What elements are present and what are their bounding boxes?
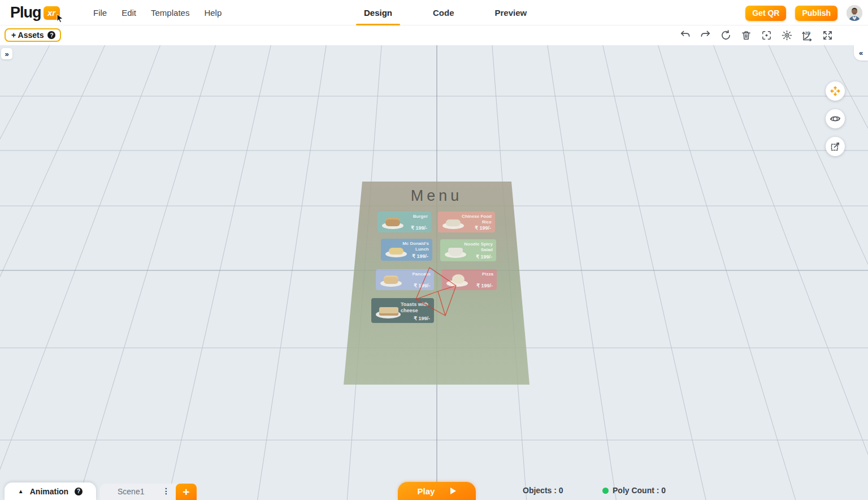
scene-name[interactable]: Scene1 — [118, 487, 144, 496]
add-assets-button[interactable]: + Assets ? — [5, 28, 61, 42]
plugxr-logo[interactable]: Plug xr — [10, 4, 60, 21]
menu-help[interactable]: Help — [204, 8, 222, 18]
scale-tool-button[interactable] — [826, 137, 845, 156]
scene-toolbar: + Assets ? 2D — [0, 25, 868, 45]
menu-edit[interactable]: Edit — [121, 8, 136, 18]
rotate-tool-button[interactable] — [826, 109, 845, 128]
get-qr-button[interactable]: Get QR — [745, 6, 786, 21]
tab-code[interactable]: Code — [425, 0, 462, 25]
transform-tools — [826, 81, 845, 156]
poly-count-status: Poly Count : 0 — [602, 486, 666, 495]
canvas-action-icons: 2D — [678, 29, 834, 42]
add-assets-label: + Assets — [11, 31, 44, 40]
tab-design[interactable]: Design — [356, 0, 400, 25]
3d-viewport[interactable]: » « Menu Burger ₹ 199/- Chinese Food Ric… — [0, 45, 868, 500]
mode-tabs: Design Code Preview — [356, 0, 535, 25]
logo-badge-text: xr — [47, 8, 55, 18]
tab-preview[interactable]: Preview — [487, 0, 535, 25]
scene-options-icon[interactable]: ⋮ — [162, 486, 170, 495]
2d-view-icon[interactable]: 2D — [800, 29, 814, 42]
assets-help-icon[interactable]: ? — [47, 31, 55, 39]
add-scene-button[interactable]: + — [176, 484, 197, 500]
focus-icon[interactable] — [760, 29, 773, 42]
publish-button[interactable]: Publish — [795, 6, 837, 21]
svg-text:2D: 2D — [805, 30, 811, 35]
plugxr-app-window: Plug xr File Edit Templates Help Design … — [0, 0, 868, 500]
reset-icon[interactable] — [719, 29, 732, 42]
move-icon — [829, 85, 841, 97]
redo-icon[interactable] — [698, 29, 712, 42]
animation-label: Animation — [30, 487, 68, 496]
caret-up-icon: ▲ — [18, 488, 24, 494]
scene-tab[interactable]: Scene1 ⋮ + — [100, 484, 197, 500]
undo-icon[interactable] — [678, 29, 692, 42]
menu-file[interactable]: File — [93, 8, 107, 18]
animation-help-icon[interactable]: ? — [75, 488, 83, 495]
top-bar: Plug xr File Edit Templates Help Design … — [0, 0, 868, 25]
play-button[interactable]: Play — [398, 482, 476, 500]
scale-icon — [829, 140, 841, 153]
app-menubar: File Edit Templates Help — [93, 0, 222, 25]
logo-text: Plug — [10, 4, 41, 21]
delete-icon[interactable] — [739, 29, 753, 42]
selection-wireframe-object[interactable] — [0, 45, 868, 500]
play-icon — [450, 488, 456, 494]
fullscreen-icon[interactable] — [821, 29, 834, 42]
user-avatar[interactable] — [847, 5, 862, 21]
header-actions: Get QR Publish — [745, 5, 862, 21]
cursor-arrow-icon — [56, 14, 64, 24]
animation-panel-toggle[interactable]: ▲ Animation ? — [5, 482, 96, 500]
brightness-icon[interactable] — [780, 29, 793, 42]
menu-templates[interactable]: Templates — [151, 8, 189, 18]
move-tool-button[interactable] — [826, 81, 845, 101]
poly-count-label: Poly Count : 0 — [613, 486, 666, 495]
play-label: Play — [418, 486, 435, 496]
status-green-dot-icon — [602, 488, 609, 494]
objects-count-status: Objects : 0 — [523, 486, 563, 495]
rotate-icon — [829, 113, 841, 125]
logo-xr-badge: xr — [44, 6, 60, 20]
